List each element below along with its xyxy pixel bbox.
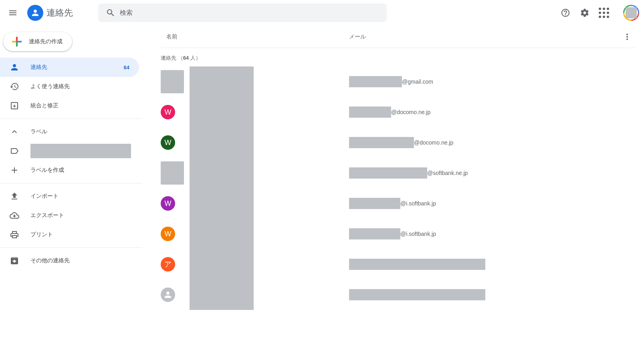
sidebar-item-contacts[interactable]: 連絡先 64 <box>0 58 139 77</box>
email-redacted <box>349 76 402 87</box>
more-vert-icon <box>622 32 632 42</box>
sidebar-labels-header[interactable]: ラベル <box>0 122 139 141</box>
sidebar-item-print[interactable]: プリント <box>0 225 139 244</box>
sidebar-item-other[interactable]: その他の連絡先 <box>0 251 139 270</box>
contact-email: @i.softbank.jp <box>349 228 635 239</box>
name-column-redacted <box>190 66 254 310</box>
search-input[interactable] <box>120 9 384 16</box>
upload-icon <box>10 191 19 201</box>
contact-avatar-icon <box>161 70 184 93</box>
column-header-name: 名前 <box>161 33 349 40</box>
divider <box>0 247 142 248</box>
email-redacted <box>349 228 400 239</box>
nav-label-print: プリント <box>30 231 129 238</box>
create-contact-button[interactable]: 連絡先の作成 <box>3 32 72 51</box>
email-redacted <box>349 167 427 179</box>
nav-create-label-text: ラベルを作成 <box>30 167 129 174</box>
nav-label-export: エクスポート <box>30 212 129 219</box>
settings-button[interactable] <box>577 5 593 21</box>
search-bar[interactable] <box>98 4 387 22</box>
contact-email <box>349 289 635 300</box>
main-content: 名前 メール 連絡先 （64 人） @gmail.comW@docomo.ne.… <box>142 26 644 362</box>
sidebar: 連絡先の作成 連絡先 64 よく使う連絡先 統合と修正 ラベル ラベル <box>0 26 142 362</box>
email-redacted <box>349 259 485 270</box>
contact-avatar-icon: W <box>161 196 175 211</box>
nav-label-contacts: 連絡先 <box>30 64 113 71</box>
sidebar-item-import[interactable]: インポート <box>0 187 139 206</box>
apps-grid-icon <box>599 8 609 18</box>
divider <box>0 183 142 183</box>
label-name-redacted <box>30 144 131 158</box>
user-avatar-icon <box>626 7 637 18</box>
divider <box>0 119 142 119</box>
gear-icon <box>580 8 589 18</box>
hamburger-icon <box>8 8 18 18</box>
nav-label-frequent: よく使う連絡先 <box>30 83 129 90</box>
contact-avatar-icon: ア <box>161 257 175 272</box>
nav-label-merge: 統合と修正 <box>30 102 129 109</box>
plus-multicolor-icon <box>10 34 24 49</box>
app-logo-area[interactable]: 連絡先 <box>26 5 73 21</box>
contact-avatar-icon: W <box>161 135 175 150</box>
label-icon <box>10 146 19 156</box>
contact-email: @i.softbank.jp <box>349 198 635 209</box>
email-redacted <box>349 289 485 300</box>
nav-label-other: その他の連絡先 <box>30 257 129 264</box>
person-icon <box>10 62 19 72</box>
section-count-label: 連絡先 （64 人） <box>161 48 635 66</box>
sidebar-item-frequent[interactable]: よく使う連絡先 <box>0 77 139 96</box>
main-menu-button[interactable] <box>3 3 22 22</box>
column-header-email: メール <box>349 33 619 40</box>
email-redacted <box>349 137 414 148</box>
email-redacted <box>349 107 391 118</box>
contact-email: @docomo.ne.jp <box>349 137 635 148</box>
nav-labels-title: ラベル <box>30 128 129 135</box>
contact-avatar-icon <box>161 288 175 302</box>
email-redacted <box>349 198 400 209</box>
list-header: 名前 メール <box>161 26 635 48</box>
create-contact-label: 連絡先の作成 <box>29 38 63 45</box>
google-apps-button[interactable] <box>596 5 612 21</box>
print-icon <box>10 230 19 239</box>
search-icon <box>101 4 120 22</box>
contact-avatar-icon: W <box>161 105 175 119</box>
plus-icon <box>10 165 19 175</box>
sidebar-item-export[interactable]: エクスポート <box>0 206 139 225</box>
contact-email: @gmail.com <box>349 76 635 87</box>
nav-count-contacts: 64 <box>124 64 129 70</box>
account-avatar-button[interactable] <box>623 5 639 21</box>
list-options-button[interactable] <box>619 29 635 45</box>
contact-avatar-icon: W <box>161 227 175 241</box>
sparkle-icon <box>10 101 19 111</box>
contact-email: @docomo.ne.jp <box>349 107 635 118</box>
contact-email <box>349 259 635 270</box>
sidebar-item-merge[interactable]: 統合と修正 <box>0 96 139 115</box>
app-title: 連絡先 <box>46 7 73 19</box>
help-icon <box>561 8 570 18</box>
nav-label-import: インポート <box>30 193 129 200</box>
help-button[interactable] <box>557 5 573 21</box>
contacts-logo-icon <box>27 5 43 21</box>
archive-icon <box>10 256 19 265</box>
cloud-download-icon <box>10 211 19 220</box>
contact-avatar-icon <box>161 161 184 185</box>
sidebar-label-item[interactable] <box>0 141 139 161</box>
chevron-up-icon <box>10 127 19 137</box>
history-icon <box>10 82 19 91</box>
contact-email: @softbank.ne.jp <box>349 167 635 179</box>
sidebar-create-label[interactable]: ラベルを作成 <box>0 161 139 180</box>
